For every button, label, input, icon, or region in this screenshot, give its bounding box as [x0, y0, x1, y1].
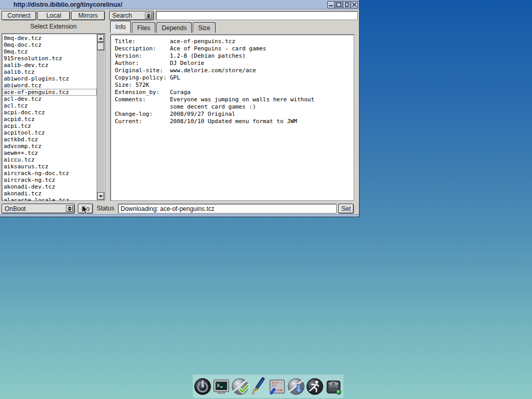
dock — [193, 375, 343, 398]
info-line: Extension_by: Curaga — [115, 89, 354, 96]
list-item[interactable]: advcomp.tcz — [2, 143, 97, 150]
scrollbar-thumb[interactable] — [97, 43, 104, 50]
search-input[interactable] — [156, 11, 358, 20]
arrow-down-icon — [99, 195, 103, 197]
go-button[interactable]: Go — [78, 204, 93, 214]
list-item[interactable]: ace-of-penguins.tcz — [2, 89, 97, 96]
window-bottom-border — [0, 214, 359, 217]
extension-list[interactable]: 0mq-dev.tcz0mq-doc.tcz0mq.tcz915resoluti… — [2, 33, 105, 201]
list-item[interactable]: aiksaurus.tcz — [2, 163, 97, 170]
info-panel: Title: ace-of-penguins.tczDescription: A… — [110, 34, 354, 201]
maximize-icon — [336, 2, 341, 7]
list-item[interactable]: acpitool.tcz — [2, 129, 97, 136]
titlebar-buttons — [327, 1, 358, 8]
close-button[interactable] — [351, 1, 358, 8]
connect-button[interactable]: Connect — [2, 11, 36, 20]
list-item[interactable]: aalib.tcz — [2, 69, 97, 75]
restore-icon — [344, 2, 349, 7]
list-item[interactable]: 0mq-doc.tcz — [2, 42, 97, 48]
control-panel-icon[interactable] — [268, 376, 287, 397]
info-line: Comments: Everyone was jumping on walls … — [115, 96, 354, 103]
dropdown-arrows-icon — [145, 12, 152, 19]
list-item[interactable]: acpid.tcz — [2, 116, 97, 123]
list-item[interactable]: 0mq-dev.tcz — [2, 35, 97, 42]
search-mode-dropdown[interactable]: Search — [109, 11, 154, 20]
window-title: http://distro.ibiblio.org/tinycorelinux/ — [0, 1, 122, 8]
info-line: Description: Ace of Penguins - card game… — [115, 45, 354, 52]
list-item[interactable]: acl-dev.tcz — [2, 96, 97, 102]
desktop: http://distro.ibiblio.org/tinycorelinux/… — [0, 0, 532, 399]
info-line: Original-site: www.delorie.com/store/ace — [115, 67, 354, 74]
minimize-button[interactable] — [327, 1, 335, 8]
list-item[interactable]: acl.tcz — [2, 102, 97, 109]
tab-size[interactable]: Size — [193, 22, 215, 33]
list-item[interactable]: abiword.tcz — [2, 82, 97, 89]
list-item[interactable]: 0mq.tcz — [2, 48, 97, 55]
list-item[interactable]: acpi.tcz — [2, 123, 97, 129]
tab-files[interactable]: Files — [132, 22, 155, 33]
terminal-icon[interactable] — [212, 376, 231, 397]
dropdown-arrows-icon — [66, 205, 73, 212]
local-button[interactable]: Local — [37, 11, 70, 20]
info-line: some decent card games :) — [115, 103, 354, 111]
scroll-down-button[interactable] — [97, 192, 104, 200]
list-item[interactable]: akonadi.tcz — [2, 190, 97, 197]
info-line: Copying-policy: GPL — [115, 74, 354, 82]
list-item[interactable]: 915resolution.tcz — [2, 55, 97, 62]
power-icon[interactable] — [193, 376, 212, 397]
status-label: Status — [97, 204, 114, 214]
info-line: Size: 572K — [115, 82, 354, 89]
list-item[interactable]: aiccu.tcz — [2, 156, 97, 163]
list-item[interactable]: aalib-dev.tcz — [2, 62, 97, 69]
apps-download-icon[interactable] — [287, 376, 305, 397]
close-icon — [352, 2, 357, 7]
onboot-dropdown[interactable]: OnBoot — [2, 204, 75, 214]
info-line: Change-log: 2008/09/27 Original — [115, 111, 354, 118]
audit-check-icon[interactable] — [231, 376, 249, 397]
appbrowser-window: http://distro.ibiblio.org/tinycorelinux/… — [0, 0, 360, 217]
minimize-icon — [328, 2, 334, 7]
info-line: Version: 1.2-8 (Debian patches) — [115, 52, 354, 60]
info-line: Current: 2008/10/10 Updated menu format … — [115, 118, 354, 125]
restore-button[interactable] — [343, 1, 350, 8]
list-item[interactable]: aewm++.tcz — [2, 150, 97, 156]
editor-brush-icon[interactable] — [249, 376, 268, 397]
status-field[interactable] — [118, 204, 337, 214]
arrow-up-icon — [99, 37, 103, 39]
maximize-button[interactable] — [335, 1, 342, 8]
list-item[interactable]: akonadi-dev.tcz — [2, 183, 97, 190]
list-item[interactable]: acpi-doc.tcz — [2, 109, 97, 116]
mount-disk-icon[interactable] — [324, 376, 343, 397]
set-button[interactable]: Set — [338, 204, 354, 214]
list-item[interactable]: actkbd.tcz — [2, 136, 97, 143]
scroll-up-button[interactable] — [97, 34, 104, 42]
select-extension-label: Select Extension — [0, 23, 107, 30]
info-line: Title: ace-of-penguins.tcz — [115, 38, 354, 45]
list-item[interactable]: aircrack-ng.tcz — [2, 177, 97, 183]
list-scrollbar[interactable] — [97, 34, 104, 200]
tab-info[interactable]: Info — [110, 21, 131, 33]
mirrors-button[interactable]: Mirrors — [71, 11, 105, 20]
list-item[interactable]: aircrack-ng-doc.tcz — [2, 170, 97, 177]
list-item[interactable]: alacarte-locale.tcz — [2, 197, 97, 201]
titlebar[interactable]: http://distro.ibiblio.org/tinycorelinux/ — [0, 0, 359, 9]
info-line: Author: DJ Delorie — [115, 60, 354, 67]
list-item[interactable]: abiword-plugins.tcz — [2, 75, 97, 82]
tab-depends[interactable]: Depends — [156, 22, 192, 33]
tab-bar: InfoFilesDependsSize — [110, 21, 216, 33]
run-icon[interactable] — [305, 376, 324, 397]
